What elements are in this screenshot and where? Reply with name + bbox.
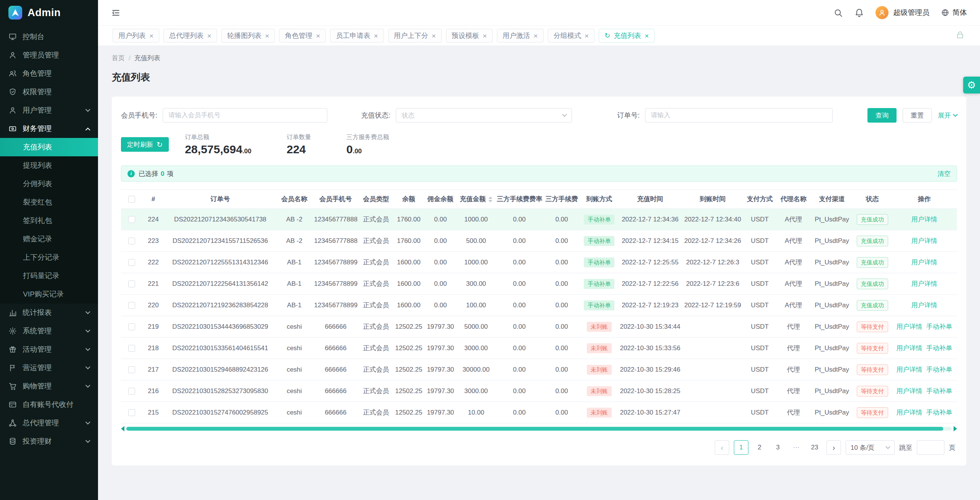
tab-item[interactable]: 总代理列表×: [163, 29, 217, 43]
table-row[interactable]: 223DS202212071234155711526536AB -2123456…: [121, 230, 957, 252]
action-link[interactable]: 手动补单: [926, 323, 952, 330]
row-checkbox[interactable]: [128, 409, 135, 416]
close-icon[interactable]: ×: [374, 32, 378, 39]
row-checkbox[interactable]: [128, 259, 135, 266]
reset-button[interactable]: 重置: [903, 108, 932, 123]
action-link[interactable]: 用户详情: [911, 302, 937, 309]
tab-item[interactable]: 分组模式×: [548, 29, 595, 43]
sidebar-subitem[interactable]: 提现列表: [0, 156, 98, 175]
sidebar-item[interactable]: 购物管理: [0, 377, 98, 395]
clear-selection-link[interactable]: 清空: [938, 169, 951, 178]
sidebar-subitem[interactable]: 裂变红包: [0, 193, 98, 211]
sidebar-item[interactable]: 总代理管理: [0, 414, 98, 432]
row-checkbox[interactable]: [128, 216, 135, 223]
sidebar-item[interactable]: 管理员管理: [0, 46, 98, 64]
tab-item[interactable]: 用户上下分×: [388, 29, 442, 43]
action-link[interactable]: 用户详情: [896, 323, 922, 330]
sidebar-item[interactable]: 活动管理: [0, 340, 98, 359]
table-row[interactable]: 215DS202210301527476002958925ceshi666666…: [121, 402, 957, 423]
sidebar-subitem[interactable]: 分佣列表: [0, 175, 98, 193]
action-link[interactable]: 用户详情: [896, 344, 922, 352]
sidebar-item[interactable]: 投资理财: [0, 432, 98, 451]
scroll-left-arrow-icon[interactable]: [121, 426, 124, 431]
language-switcher[interactable]: 简体: [941, 8, 967, 18]
table-row[interactable]: 218DS202210301533561404615541ceshi666666…: [121, 338, 957, 359]
sidebar-subitem[interactable]: 上下分记录: [0, 248, 98, 267]
bell-icon[interactable]: [854, 8, 864, 18]
search-icon[interactable]: [833, 8, 843, 18]
action-link[interactable]: 用户详情: [896, 387, 922, 395]
tab-item[interactable]: 角色管理×: [279, 29, 326, 43]
close-icon[interactable]: ×: [265, 32, 269, 39]
page-number-button[interactable]: 1: [734, 440, 748, 455]
app-logo[interactable]: Admin: [0, 0, 98, 25]
sidebar-item[interactable]: 控制台: [0, 28, 98, 46]
sidebar-item[interactable]: 角色管理: [0, 64, 98, 83]
jump-page-input[interactable]: [917, 440, 944, 455]
prev-page-button[interactable]: ‹: [715, 440, 729, 455]
table-row[interactable]: 220DS202212071219236283854228AB-11234567…: [121, 295, 957, 316]
table-row[interactable]: 222DS202212071225551314312346AB-11234567…: [121, 252, 957, 273]
action-link[interactable]: 手动补单: [926, 366, 952, 373]
action-link[interactable]: 手动补单: [926, 409, 952, 416]
lock-icon[interactable]: [956, 30, 965, 41]
action-link[interactable]: 用户详情: [896, 366, 922, 373]
action-link[interactable]: 用户详情: [911, 280, 937, 287]
tab-item[interactable]: 员工申请表×: [330, 29, 384, 43]
table-row[interactable]: 221DS202212071222564131356142AB-11234567…: [121, 273, 957, 295]
sidebar-item[interactable]: 用户管理: [0, 101, 98, 120]
table-row[interactable]: 219DS202210301534443696853029ceshi666666…: [121, 316, 957, 338]
row-checkbox[interactable]: [128, 280, 135, 287]
action-link[interactable]: 手动补单: [926, 344, 952, 352]
sidebar-subitem[interactable]: VIP购买记录: [0, 285, 98, 303]
page-number-button[interactable]: 23: [807, 440, 822, 455]
order-filter-input[interactable]: [645, 108, 833, 123]
auto-refresh-button[interactable]: 定时刷新 ↻: [121, 137, 169, 152]
action-link[interactable]: 用户详情: [911, 259, 937, 266]
sidebar-item[interactable]: 财务管理: [0, 120, 98, 138]
select-all-checkbox[interactable]: [128, 196, 135, 203]
close-icon[interactable]: ×: [316, 32, 320, 39]
close-icon[interactable]: ×: [207, 32, 211, 39]
row-checkbox[interactable]: [128, 302, 135, 309]
scrollbar-thumb[interactable]: [126, 427, 943, 431]
table-row[interactable]: 216DS202210301528253273095830ceshi666666…: [121, 380, 957, 402]
row-checkbox[interactable]: [128, 388, 135, 395]
sidebar-item[interactable]: 权限管理: [0, 83, 98, 101]
phone-filter-input[interactable]: [163, 108, 327, 123]
scroll-right-arrow-icon[interactable]: [954, 426, 957, 431]
action-link[interactable]: 用户详情: [911, 216, 937, 223]
action-link[interactable]: 用户详情: [896, 409, 922, 416]
close-icon[interactable]: ×: [645, 32, 649, 39]
expand-toggle[interactable]: 展开: [938, 111, 957, 120]
table-row[interactable]: 217DS202210301529468892423126ceshi666666…: [121, 359, 957, 380]
sidebar-subitem[interactable]: 签到礼包: [0, 211, 98, 230]
search-button[interactable]: 查询: [867, 108, 897, 123]
sidebar-item[interactable]: 统计报表: [0, 303, 98, 322]
sidebar-subitem[interactable]: 充值列表: [0, 138, 98, 156]
next-page-button[interactable]: ›: [826, 440, 841, 455]
tab-item[interactable]: 轮播图列表×: [221, 29, 275, 43]
horizontal-scrollbar[interactable]: [121, 426, 957, 432]
tab-item[interactable]: 用户激活×: [497, 29, 544, 43]
row-checkbox[interactable]: [128, 366, 135, 373]
action-link[interactable]: 用户详情: [911, 237, 937, 244]
sidebar-item[interactable]: 系统管理: [0, 322, 98, 340]
close-icon[interactable]: ×: [585, 32, 589, 39]
breadcrumb-home[interactable]: 首页: [112, 54, 125, 62]
sidebar-subitem[interactable]: 赠金记录: [0, 230, 98, 248]
page-number-button[interactable]: 3: [771, 440, 785, 455]
page-size-select[interactable]: 10 条/页: [846, 440, 895, 455]
refresh-icon[interactable]: ↻: [604, 32, 610, 39]
close-icon[interactable]: ×: [483, 32, 487, 39]
action-link[interactable]: 手动补单: [926, 387, 952, 395]
sidebar-item[interactable]: 自有账号代收付: [0, 395, 98, 414]
user-menu[interactable]: 超级管理员: [875, 6, 929, 19]
row-checkbox[interactable]: [128, 345, 135, 352]
close-icon[interactable]: ×: [534, 32, 538, 39]
table-row[interactable]: 224DS20221207123436530541738AB -21234567…: [121, 209, 957, 230]
tab-item[interactable]: 预设模板×: [446, 29, 493, 43]
row-checkbox[interactable]: [128, 238, 135, 244]
settings-gear-button[interactable]: ⚙: [963, 77, 980, 93]
tab-item[interactable]: 用户列表×: [113, 29, 159, 43]
